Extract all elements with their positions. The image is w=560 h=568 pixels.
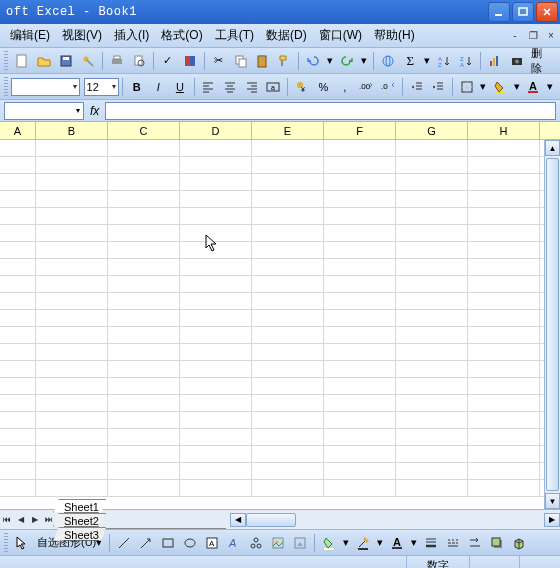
scroll-thumb[interactable] bbox=[246, 513, 296, 527]
cell[interactable] bbox=[468, 395, 540, 411]
cell[interactable] bbox=[108, 140, 180, 156]
cell[interactable] bbox=[396, 395, 468, 411]
cell[interactable] bbox=[108, 446, 180, 462]
menu-item[interactable]: 编辑(E) bbox=[4, 26, 56, 44]
cell[interactable] bbox=[252, 327, 324, 343]
column-header[interactable]: D bbox=[180, 122, 252, 139]
cell[interactable] bbox=[36, 276, 108, 292]
line-style-button[interactable] bbox=[421, 533, 441, 553]
cell[interactable] bbox=[468, 361, 540, 377]
cell[interactable] bbox=[396, 191, 468, 207]
menu-item[interactable]: 工具(T) bbox=[209, 26, 260, 44]
cell[interactable] bbox=[324, 480, 396, 496]
cell[interactable] bbox=[108, 276, 180, 292]
fill-color-dropdown[interactable]: ▾ bbox=[512, 77, 522, 97]
cell[interactable] bbox=[180, 191, 252, 207]
sort-desc-button[interactable]: ZA bbox=[456, 51, 476, 71]
new-button[interactable] bbox=[12, 51, 32, 71]
cell[interactable] bbox=[468, 344, 540, 360]
cell[interactable] bbox=[252, 310, 324, 326]
currency-button[interactable]: ¥ bbox=[292, 77, 312, 97]
cell[interactable] bbox=[108, 361, 180, 377]
chart-wizard-button[interactable] bbox=[485, 51, 505, 71]
borders-dropdown[interactable]: ▾ bbox=[479, 77, 489, 97]
line-button[interactable] bbox=[114, 533, 134, 553]
cell[interactable] bbox=[36, 242, 108, 258]
minimize-button[interactable] bbox=[488, 2, 510, 22]
autosum-button[interactable]: Σ bbox=[400, 51, 420, 71]
increase-decimal-button[interactable]: .00 bbox=[357, 77, 377, 97]
cell[interactable] bbox=[108, 225, 180, 241]
toolbar-grip[interactable] bbox=[4, 77, 8, 97]
decrease-decimal-button[interactable]: .0 bbox=[378, 77, 398, 97]
column-header[interactable]: E bbox=[252, 122, 324, 139]
sheet-tab[interactable]: Sheet2 bbox=[53, 513, 106, 527]
cell[interactable] bbox=[36, 480, 108, 496]
cell[interactable] bbox=[396, 429, 468, 445]
cell[interactable] bbox=[36, 395, 108, 411]
cell[interactable] bbox=[0, 225, 36, 241]
column-header[interactable]: F bbox=[324, 122, 396, 139]
font-color-draw-dropdown[interactable]: ▾ bbox=[409, 533, 419, 553]
prev-sheet-button[interactable]: ◀ bbox=[14, 512, 28, 528]
cell[interactable] bbox=[324, 293, 396, 309]
cell[interactable] bbox=[468, 480, 540, 496]
cell[interactable] bbox=[108, 429, 180, 445]
vertical-scrollbar[interactable]: ▲ ▼ bbox=[544, 140, 560, 509]
cell[interactable] bbox=[180, 293, 252, 309]
permission-button[interactable] bbox=[78, 51, 98, 71]
sheet-tab[interactable]: Sheet1 bbox=[53, 499, 106, 513]
research-button[interactable] bbox=[180, 51, 200, 71]
cell[interactable] bbox=[36, 310, 108, 326]
line-color-button[interactable] bbox=[353, 533, 373, 553]
align-left-button[interactable] bbox=[199, 77, 219, 97]
undo-dropdown[interactable]: ▾ bbox=[325, 51, 335, 71]
cell[interactable] bbox=[252, 463, 324, 479]
scroll-left-button[interactable]: ◀ bbox=[230, 513, 246, 527]
font-color-dropdown[interactable]: ▾ bbox=[545, 77, 555, 97]
cell[interactable] bbox=[36, 225, 108, 241]
cell[interactable] bbox=[0, 242, 36, 258]
cell[interactable] bbox=[468, 225, 540, 241]
cell[interactable] bbox=[180, 327, 252, 343]
fx-button[interactable]: fx bbox=[84, 104, 105, 118]
cell[interactable] bbox=[468, 412, 540, 428]
cell[interactable] bbox=[36, 446, 108, 462]
cell[interactable] bbox=[180, 446, 252, 462]
cell[interactable] bbox=[252, 361, 324, 377]
cell[interactable] bbox=[108, 310, 180, 326]
cell[interactable] bbox=[0, 327, 36, 343]
cell[interactable] bbox=[396, 361, 468, 377]
cell[interactable] bbox=[36, 378, 108, 394]
cell[interactable] bbox=[180, 395, 252, 411]
cell[interactable] bbox=[0, 463, 36, 479]
undo-button[interactable] bbox=[303, 51, 323, 71]
toolbar-grip[interactable] bbox=[4, 533, 8, 553]
close-button[interactable] bbox=[536, 2, 558, 22]
rectangle-button[interactable] bbox=[158, 533, 178, 553]
borders-button[interactable] bbox=[457, 77, 477, 97]
scroll-up-button[interactable]: ▲ bbox=[545, 140, 560, 156]
redo-dropdown[interactable]: ▾ bbox=[359, 51, 369, 71]
cell[interactable] bbox=[36, 191, 108, 207]
cell[interactable] bbox=[0, 378, 36, 394]
cell[interactable] bbox=[36, 327, 108, 343]
next-sheet-button[interactable]: ▶ bbox=[28, 512, 42, 528]
comma-button[interactable]: , bbox=[335, 77, 355, 97]
cell[interactable] bbox=[324, 276, 396, 292]
cell[interactable] bbox=[252, 446, 324, 462]
sheet-tab[interactable]: Sheet3 bbox=[53, 527, 106, 541]
cell[interactable] bbox=[0, 276, 36, 292]
cell[interactable] bbox=[252, 344, 324, 360]
cell[interactable] bbox=[108, 259, 180, 275]
mdi-close-button[interactable]: × bbox=[544, 29, 558, 43]
cell[interactable] bbox=[324, 412, 396, 428]
first-sheet-button[interactable]: ⏮ bbox=[0, 512, 14, 528]
diagram-button[interactable] bbox=[246, 533, 266, 553]
spelling-button[interactable]: ✓ bbox=[158, 51, 178, 71]
arrow-style-button[interactable] bbox=[465, 533, 485, 553]
column-header[interactable]: H bbox=[468, 122, 540, 139]
cell[interactable] bbox=[324, 429, 396, 445]
menu-item[interactable]: 帮助(H) bbox=[368, 26, 421, 44]
scroll-down-button[interactable]: ▼ bbox=[545, 493, 560, 509]
